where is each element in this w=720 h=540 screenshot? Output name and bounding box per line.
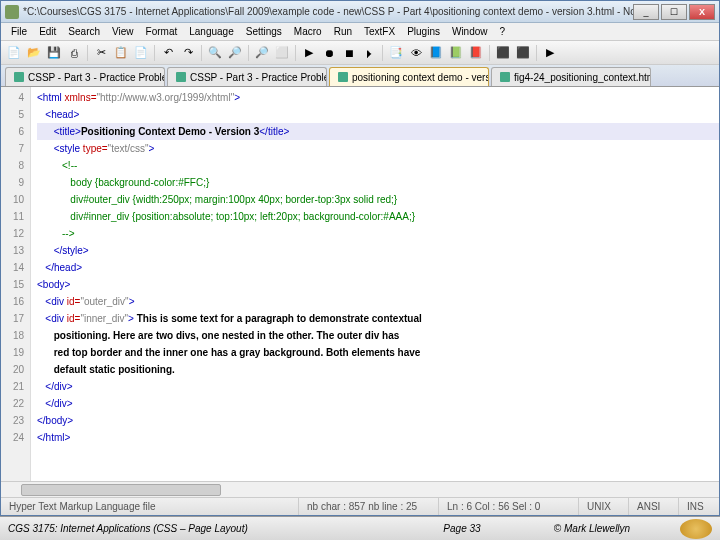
- status-eol: UNIX: [579, 498, 629, 515]
- file-icon: [176, 72, 186, 82]
- menu-format[interactable]: Format: [140, 24, 184, 39]
- slide-footer: CGS 3175: Internet Applications (CSS – P…: [0, 516, 720, 540]
- toolbar-button-icon[interactable]: ⬛: [514, 44, 532, 62]
- code-line[interactable]: <body>: [37, 276, 719, 293]
- toolbar-button-icon[interactable]: 🔍: [206, 44, 224, 62]
- code-line[interactable]: </style>: [37, 242, 719, 259]
- footer-course: CGS 3175: Internet Applications (CSS – P…: [8, 523, 412, 534]
- toolbar-button-icon[interactable]: ▶: [541, 44, 559, 62]
- toolbar-button-icon[interactable]: ✂: [92, 44, 110, 62]
- toolbar: 📄📂💾⎙✂📋📄↶↷🔍🔎🔎⬜▶⏺⏹⏵📑👁📘📗📕⬛⬛▶: [1, 41, 719, 65]
- footer-author: © Mark Llewellyn: [512, 523, 672, 534]
- code-line[interactable]: <html xmlns="http://www.w3.org/1999/xhtm…: [37, 89, 719, 106]
- menu-plugins[interactable]: Plugins: [401, 24, 446, 39]
- editor-tab[interactable]: CSSP - Part 3 - Practice Problem 2.html: [167, 67, 327, 86]
- code-line[interactable]: div#outer_div {width:250px; margin:100px…: [37, 191, 719, 208]
- line-number: 5: [1, 106, 24, 123]
- menu-window[interactable]: Window: [446, 24, 494, 39]
- code-line[interactable]: <div id="outer_div">: [37, 293, 719, 310]
- toolbar-button-icon[interactable]: 📋: [112, 44, 130, 62]
- code-line[interactable]: </body>: [37, 412, 719, 429]
- close-button[interactable]: X: [689, 4, 715, 20]
- toolbar-button-icon[interactable]: 🔎: [226, 44, 244, 62]
- toolbar-button-icon[interactable]: 📄: [132, 44, 150, 62]
- menu-settings[interactable]: Settings: [240, 24, 288, 39]
- toolbar-button-icon[interactable]: ⏺: [320, 44, 338, 62]
- code-line[interactable]: -->: [37, 225, 719, 242]
- toolbar-separator: [536, 45, 537, 61]
- tab-label: fig4-24_positioning_context.htm: [514, 72, 651, 83]
- toolbar-button-icon[interactable]: 💾: [45, 44, 63, 62]
- window-controls: _ ☐ X: [633, 4, 715, 20]
- toolbar-separator: [248, 45, 249, 61]
- menu-textfx[interactable]: TextFX: [358, 24, 401, 39]
- toolbar-button-icon[interactable]: ▶: [300, 44, 318, 62]
- horizontal-scrollbar[interactable]: [1, 481, 719, 497]
- menu-edit[interactable]: Edit: [33, 24, 62, 39]
- toolbar-button-icon[interactable]: 🔎: [253, 44, 271, 62]
- menu-run[interactable]: Run: [328, 24, 358, 39]
- editor-tab[interactable]: CSSP - Part 3 - Practice Problem 1.html: [5, 67, 165, 86]
- toolbar-button-icon[interactable]: ⎙: [65, 44, 83, 62]
- menu-language[interactable]: Language: [183, 24, 240, 39]
- line-number: 23: [1, 412, 24, 429]
- code-view[interactable]: <html xmlns="http://www.w3.org/1999/xhtm…: [31, 87, 719, 481]
- menu-?[interactable]: ?: [494, 24, 512, 39]
- tab-label: positioning context demo - version 3.htm…: [352, 72, 489, 83]
- tab-label: CSSP - Part 3 - Practice Problem 2.html: [190, 72, 327, 83]
- toolbar-button-icon[interactable]: ↶: [159, 44, 177, 62]
- code-line[interactable]: </div>: [37, 395, 719, 412]
- menu-macro[interactable]: Macro: [288, 24, 328, 39]
- code-line[interactable]: </html>: [37, 429, 719, 446]
- line-number: 21: [1, 378, 24, 395]
- toolbar-button-icon[interactable]: 📑: [387, 44, 405, 62]
- menu-view[interactable]: View: [106, 24, 140, 39]
- line-number: 10: [1, 191, 24, 208]
- editor-tab[interactable]: positioning context demo - version 3.htm…: [329, 67, 489, 86]
- toolbar-button-icon[interactable]: ⏵: [360, 44, 378, 62]
- line-number: 7: [1, 140, 24, 157]
- menu-search[interactable]: Search: [62, 24, 106, 39]
- scrollbar-thumb[interactable]: [21, 484, 221, 496]
- code-line[interactable]: </head>: [37, 259, 719, 276]
- file-icon: [338, 72, 348, 82]
- titlebar[interactable]: *C:\Courses\CGS 3175 - Internet Applicat…: [1, 1, 719, 23]
- toolbar-button-icon[interactable]: ⬛: [494, 44, 512, 62]
- line-number: 4: [1, 89, 24, 106]
- app-icon: [5, 5, 19, 19]
- code-line[interactable]: body {background-color:#FFC;}: [37, 174, 719, 191]
- tab-label: CSSP - Part 3 - Practice Problem 1.html: [28, 72, 165, 83]
- toolbar-button-icon[interactable]: 📄: [5, 44, 23, 62]
- code-line[interactable]: <style type="text/css">: [37, 140, 719, 157]
- code-line[interactable]: red top border and the inner one has a g…: [37, 344, 719, 361]
- code-line[interactable]: <title>Positioning Context Demo - Versio…: [37, 123, 719, 140]
- toolbar-button-icon[interactable]: 📗: [447, 44, 465, 62]
- toolbar-button-icon[interactable]: ⏹: [340, 44, 358, 62]
- code-line[interactable]: <head>: [37, 106, 719, 123]
- file-icon: [500, 72, 510, 82]
- statusbar: Hyper Text Markup Language file nb char …: [1, 497, 719, 515]
- status-position: Ln : 6 Col : 56 Sel : 0: [439, 498, 579, 515]
- toolbar-separator: [201, 45, 202, 61]
- code-line[interactable]: div#inner_div {position:absolute; top:10…: [37, 208, 719, 225]
- line-number: 13: [1, 242, 24, 259]
- toolbar-button-icon[interactable]: 📘: [427, 44, 445, 62]
- code-line[interactable]: <div id="inner_div"> This is some text f…: [37, 310, 719, 327]
- toolbar-button-icon[interactable]: 👁: [407, 44, 425, 62]
- code-line[interactable]: </div>: [37, 378, 719, 395]
- code-line[interactable]: default static positioning.: [37, 361, 719, 378]
- code-line[interactable]: positioning. Here are two divs, one nest…: [37, 327, 719, 344]
- line-number: 19: [1, 344, 24, 361]
- code-line[interactable]: <!--: [37, 157, 719, 174]
- toolbar-separator: [489, 45, 490, 61]
- minimize-button[interactable]: _: [633, 4, 659, 20]
- toolbar-separator: [154, 45, 155, 61]
- line-number: 18: [1, 327, 24, 344]
- menu-file[interactable]: File: [5, 24, 33, 39]
- toolbar-button-icon[interactable]: ⬜: [273, 44, 291, 62]
- toolbar-button-icon[interactable]: 📂: [25, 44, 43, 62]
- editor-tab[interactable]: fig4-24_positioning_context.htm: [491, 67, 651, 86]
- toolbar-button-icon[interactable]: ↷: [179, 44, 197, 62]
- maximize-button[interactable]: ☐: [661, 4, 687, 20]
- toolbar-button-icon[interactable]: 📕: [467, 44, 485, 62]
